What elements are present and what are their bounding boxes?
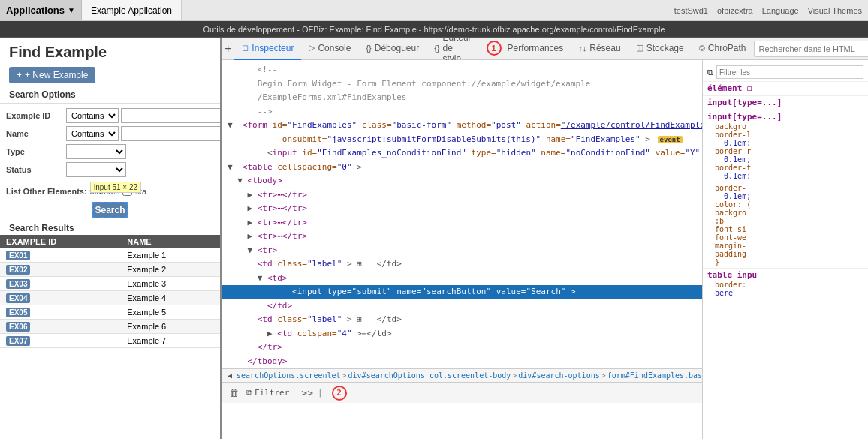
triangle-tr2[interactable] (248, 203, 253, 215)
triangle-tr5[interactable] (248, 245, 253, 257)
close-text: > (571, 287, 576, 296)
css-prop: padding (707, 250, 863, 258)
table-row[interactable]: EX05Example 5 (0, 305, 220, 320)
tag-text: <td> (267, 273, 288, 283)
triangle-tr4[interactable] (248, 230, 253, 243)
attr-text: action= (526, 120, 560, 130)
html-line: <td> (222, 272, 702, 286)
breadcrumb-item[interactable]: form#FindExamples.basic-form (607, 371, 702, 380)
tag-text: <tr>⋯</tr> (258, 218, 307, 227)
triangle-table[interactable] (228, 161, 233, 174)
type-label: Type (6, 147, 66, 156)
tag-text: <tr>⋯</tr> (258, 231, 307, 241)
tab-performances[interactable]: 1 Performances (479, 38, 571, 60)
tab-reseau[interactable]: ↑↓ Réseau (571, 38, 628, 60)
attr-val-text: "label" (307, 259, 342, 269)
add-tab-button[interactable]: + (225, 41, 231, 57)
html-line: <tr>⋯</tr> (222, 216, 702, 230)
css-section-input2: input[type=...] backgro border-l 0.1em; … (703, 110, 868, 182)
inspecteur-icon: ◻ (242, 43, 249, 53)
tab-console[interactable]: ▷ Console (301, 38, 358, 60)
example-id-cell[interactable]: EX03 (0, 277, 121, 291)
table-row[interactable]: EX03Example 3 (0, 277, 220, 291)
name-row: Name Contains (6, 126, 214, 141)
example-name-cell: Example 3 (121, 277, 220, 291)
table-row[interactable]: EX01Example 1 (0, 248, 220, 263)
triangle-td[interactable] (258, 272, 263, 285)
example-id-cell[interactable]: EX05 (0, 305, 121, 320)
table-row[interactable]: EX04Example 4 (0, 291, 220, 305)
trash-icon[interactable]: 🗑 (228, 386, 240, 400)
example-id-cell[interactable]: EX06 (0, 320, 121, 334)
tag-text: </tbody> (248, 356, 288, 366)
tag-text: <table (237, 162, 277, 172)
html-line: </td> (222, 299, 702, 314)
tab-stockage[interactable]: ◫ Stockage (628, 38, 692, 60)
chevron-right-icon[interactable]: >> (300, 386, 315, 400)
tab-inspecteur[interactable]: ◻ Inspecteur (234, 38, 301, 60)
attr-text: class= (277, 314, 307, 324)
example-id-cell[interactable]: EX01 (0, 248, 121, 263)
triangle-td2[interactable] (267, 328, 273, 341)
event-badge[interactable]: event (658, 136, 683, 143)
table-row[interactable]: EX02Example 2 (0, 263, 220, 277)
tag-text: <td (258, 314, 278, 324)
breadcrumb-sep: > (601, 371, 606, 380)
selected-html-line[interactable]: <input type="submit" name="searchButton"… (222, 285, 702, 299)
example-id-cell[interactable]: EX07 (0, 334, 121, 348)
example-id-input[interactable] (121, 108, 222, 123)
search-button[interactable]: Search (92, 202, 128, 218)
breadcrumb-sep: > (342, 371, 347, 380)
filter-label: Filtrer (255, 388, 289, 398)
html-line: <form id="FindExamples" class="basic-for… (222, 119, 702, 133)
app-menu-label: Applications (6, 5, 65, 16)
breadcrumb-item[interactable]: div#search-options (518, 371, 599, 380)
triangle-tbody[interactable] (237, 175, 243, 188)
html-panel[interactable]: <!-- Begin Form Widget - Form Element co… (222, 60, 703, 439)
example-application-tab[interactable]: Example Application (82, 0, 182, 20)
comment-text: Begin Form Widget - Form Element compone… (228, 79, 590, 89)
attr-text: method= (457, 120, 491, 130)
console-cursor: | (318, 388, 323, 398)
html-line: <tbody> (222, 174, 702, 188)
triangle-tr1[interactable] (248, 189, 253, 202)
triangle-tr3[interactable] (248, 217, 253, 230)
tab-editeur[interactable]: {} Éditeur de style (426, 38, 478, 60)
html-line: <tr>⋯</tr> (222, 202, 702, 216)
status-select[interactable] (66, 162, 126, 177)
example-id-select[interactable]: Contains (66, 108, 119, 123)
search-btn-container: Search (0, 197, 220, 220)
new-example-button[interactable]: + + New Example (9, 67, 95, 83)
css-prop: } (707, 258, 863, 266)
css-filter-input[interactable] (716, 65, 863, 79)
example-id-cell[interactable]: EX04 (0, 291, 121, 305)
results-table: EXAMPLE ID NAME EX01Example 1EX02Example… (0, 235, 220, 348)
tab-debogueur[interactable]: {} Débogueur (358, 38, 426, 60)
html-line: <tr>⋯</tr> (222, 230, 702, 244)
table-row[interactable]: EX07Example 7 (0, 334, 220, 348)
breadcrumb-item[interactable]: searchOptions.screenlet (237, 371, 340, 380)
triangle-form[interactable] (228, 119, 233, 132)
attr-text: cellspacing= (277, 162, 336, 172)
type-select[interactable] (66, 144, 126, 159)
attr-text: class= (277, 259, 307, 269)
breadcrumb-item[interactable]: div#searchOptions_col.screenlet-body (348, 371, 511, 380)
search-html-input[interactable] (754, 41, 869, 57)
attr-val-text: "hidden" (496, 148, 536, 158)
attr-val-text: "submit" (352, 287, 392, 296)
css-selector: input[type=...] (707, 98, 863, 107)
attr-text: colspan= (297, 329, 337, 338)
filter-button[interactable]: ⧉ Filtrer (246, 388, 289, 398)
applications-menu[interactable]: Applications ▼ (0, 0, 82, 20)
tab-chropath[interactable]: © ChroPath (692, 38, 754, 60)
table-row[interactable]: EX06Example 6 (0, 320, 220, 334)
css-prop: backgro (707, 209, 863, 217)
search-options-header: Search Options (0, 86, 220, 104)
name-input[interactable] (121, 126, 222, 141)
tab-performances-label: Performances (508, 43, 564, 53)
html-line: /ExampleForms.xml#FindExamples (222, 91, 702, 105)
page-title: Find Example (0, 38, 220, 64)
html-line: <!-- (222, 63, 702, 77)
name-select[interactable]: Contains (66, 126, 119, 141)
example-id-cell[interactable]: EX02 (0, 263, 121, 277)
